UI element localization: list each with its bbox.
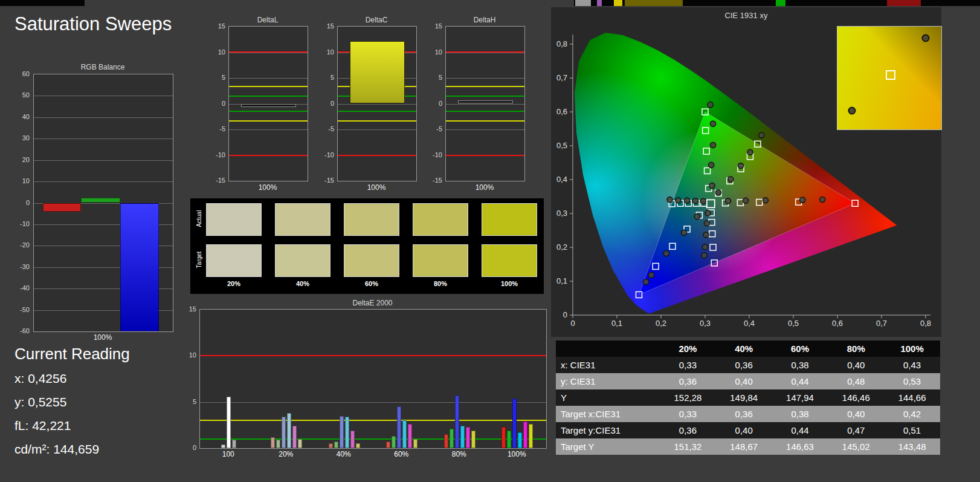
toolbar-button-fragment[interactable] [575,0,591,6]
y-tick-label: 0 [193,444,196,451]
column-header: 60% [772,340,828,357]
color-swatch [206,203,262,236]
bar [507,431,511,448]
bar-group [315,310,373,448]
svg-text:0,4: 0,4 [556,175,567,184]
svg-text:0,7: 0,7 [556,73,567,82]
y-tick-label: -30 [20,263,30,270]
table-cell: 0,44 [772,373,828,389]
y-tick-label: -10 [324,151,334,158]
bar [460,426,465,448]
y-tick-label: 40 [22,113,30,120]
svg-text:0,6: 0,6 [832,319,843,328]
limit-line [229,51,308,53]
table-cell: 0,40 [716,422,772,438]
table-cell: 0,42 [884,406,940,422]
y-tick-label: -5 [219,125,225,132]
bar [501,427,506,448]
chart-title: DeltaL [228,16,307,24]
y-tick-label: 60 [22,70,30,77]
deltah-plot [445,26,525,181]
results-table: 20%40%60%80%100%x: CIE310,330,360,380,40… [556,340,940,455]
cie-zoom-inset [837,26,942,130]
y-tick-label: 15 [189,305,196,313]
y-tick-label: -60 [20,327,30,334]
toolbar-button-fragment[interactable] [887,0,921,6]
reading-fl: fL: 42,221 [15,418,71,433]
toolbar-button-fragment[interactable] [776,0,785,6]
x-tick-label: 40% [315,450,373,458]
y-tick-label: 5 [439,74,442,81]
gridline [229,78,308,79]
y-tick-label: -15 [216,177,225,184]
gridline [229,129,308,130]
limit-line [338,111,416,112]
color-swatch [482,203,537,236]
swatch-percent-label: 20% [206,280,262,287]
bar [350,41,405,104]
y-tick-label: -15 [433,177,442,184]
bar [413,439,417,448]
y-tick-label: -20 [20,241,30,249]
chart-title: DeltaE 2000 [199,299,546,307]
x-axis-label: 100% [337,183,416,192]
bar [455,396,459,448]
svg-text:0,3: 0,3 [700,319,711,328]
color-swatch [413,203,468,236]
limit-line [446,111,524,112]
bar-group [489,310,547,448]
column-header: 40% [716,340,772,357]
gridline [34,117,173,118]
chart-title: DeltaH [445,16,524,24]
table-cell: 0,33 [660,357,716,373]
y-tick-label: -10 [20,220,30,227]
bar [298,439,302,448]
y-tick-label: -5 [328,125,334,132]
color-swatch [482,244,537,277]
limit-line [229,120,308,122]
table-cell: 146,63 [772,438,828,455]
bar [523,422,527,448]
table-cell: 151,32 [660,438,716,455]
bar [350,431,355,448]
table-cell: 149,84 [716,389,772,406]
color-swatch [275,244,330,277]
bar [397,406,401,448]
gridline [34,138,173,139]
svg-text:0,1: 0,1 [556,276,567,285]
x-tick-label: 80% [430,450,488,458]
bar-group [373,310,431,448]
limit-line [229,155,308,156]
limit-line [446,120,524,122]
swatch-percent-label: 80% [413,280,468,287]
toolbar-button-fragment[interactable] [597,0,602,6]
table-cell: 0,36 [716,406,772,422]
bar [408,424,412,448]
current-reading-title: Current Reading [15,345,130,363]
bar [221,445,225,448]
bar [276,440,280,448]
gridline [446,78,524,79]
limit-line [446,51,524,53]
y-tick-label: 0 [439,100,442,107]
table-cell: 145,02 [828,438,884,455]
table-cell: 0,36 [660,373,716,389]
toolbar-button-fragment[interactable] [625,0,683,6]
y-tick-label: 50 [22,91,30,99]
column-header: 100% [884,340,940,357]
bar [356,443,360,448]
deltal-plot [228,26,308,181]
limit-line [446,86,524,87]
bar [471,431,475,448]
row-label: Target y:CIE31 [556,422,660,438]
swatch-percent-label: 100% [482,280,537,287]
swatch-row-label-target: Target [196,242,202,278]
table-cell: 143,48 [884,438,940,455]
svg-text:0,1: 0,1 [611,319,622,328]
bar [81,198,120,203]
table-cell: 0,38 [772,357,828,373]
toolbar-button-fragment[interactable] [614,0,622,6]
table-cell: 152,28 [660,389,716,406]
y-tick-label: 15 [327,22,334,30]
x-tick-label: 60% [373,450,431,458]
